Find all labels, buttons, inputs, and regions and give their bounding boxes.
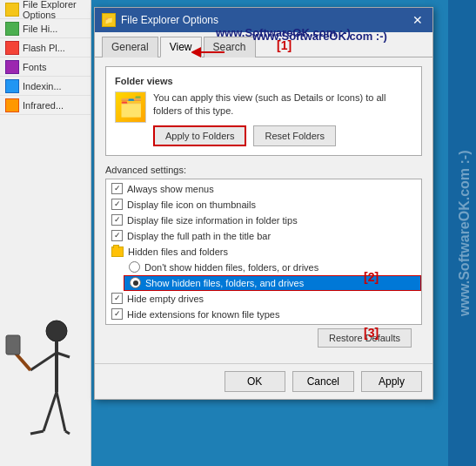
setting-text: Hide empty drives <box>127 294 204 304</box>
sidebar-item-2[interactable]: Flash Pl... <box>0 38 91 57</box>
checkbox-icon[interactable] <box>111 308 123 320</box>
sidebar-item-label-4: Indexin... <box>23 81 62 91</box>
list-item[interactable]: Display file icon on thumbnails <box>106 197 421 213</box>
checkbox-icon[interactable] <box>111 293 123 304</box>
title-bar: 📁 File Explorer Options ✕ <box>95 8 432 32</box>
folder-views-label: Folder views <box>115 76 412 86</box>
folder-section-icon <box>111 247 124 257</box>
checkbox-icon[interactable] <box>111 214 123 226</box>
file-history-icon <box>5 22 19 36</box>
list-item[interactable]: Hide folder merge conflicts <box>106 322 421 324</box>
sidebar-item-4[interactable]: Indexin... <box>0 77 91 96</box>
list-item[interactable]: Display file size information in folder … <box>106 213 421 228</box>
cancel-button[interactable]: Cancel <box>292 371 354 392</box>
checkbox-icon[interactable] <box>111 199 123 210</box>
radio-icon[interactable] <box>129 261 140 273</box>
close-button[interactable]: ✕ <box>410 12 426 28</box>
list-item[interactable]: Hide empty drives <box>106 291 421 307</box>
sidebar-item-label-1: File Hi... <box>23 24 57 34</box>
apply-button[interactable]: Apply <box>361 371 422 392</box>
dialog-icon: 📁 <box>102 13 116 27</box>
infrared-icon <box>5 98 19 112</box>
folder-views-section: Folder views 🗂️ You can apply this view … <box>105 66 422 156</box>
reset-folders-button[interactable]: Reset Folders <box>253 125 335 146</box>
folder-icon-display: 🗂️ <box>115 91 146 123</box>
list-item[interactable]: Display the full path in the title bar <box>106 228 421 244</box>
settings-list-container: Always show menus Display file icon on t… <box>105 179 422 325</box>
file-explorer-icon <box>5 3 19 17</box>
list-item[interactable]: Hide extensions for known file types <box>106 307 421 322</box>
advanced-settings-label: Advanced settings: <box>105 165 422 175</box>
checkbox-icon[interactable] <box>111 183 123 194</box>
dialog-title: File Explorer Options <box>121 14 218 26</box>
tab-view[interactable]: View <box>160 37 202 57</box>
setting-text: Display file size information in folder … <box>127 215 298 226</box>
sidebar-item-1[interactable]: File Hi... <box>0 19 91 38</box>
sidebar-item-label-5: Infrared... <box>23 100 64 111</box>
annotation-3: [3] <box>364 326 379 340</box>
setting-text: Show hidden files, folders, and drives <box>145 278 304 288</box>
sidebar-item-0[interactable]: File Explorer Options <box>0 0 91 19</box>
tab-general[interactable]: General <box>102 37 158 57</box>
annotation-2: [2] <box>364 270 379 284</box>
sidebar-item-label-0: File Explorer Options <box>23 0 85 20</box>
setting-text: Always show menus <box>127 184 214 194</box>
apply-to-folders-button[interactable]: Apply to Folders <box>153 125 246 146</box>
fonts-icon <box>5 60 19 74</box>
folder-views-description: You can apply this view (such as Details… <box>153 91 412 118</box>
setting-text: Hide extensions for known file types <box>127 309 279 320</box>
file-explorer-options-dialog: 📁 File Explorer Options ✕ General View S… <box>94 7 433 400</box>
radio-icon[interactable] <box>130 277 141 288</box>
checkbox-icon[interactable] <box>111 230 123 241</box>
flash-icon <box>5 41 19 55</box>
tabs-container: General View Search <box>95 32 432 57</box>
list-item-section: Hidden files and folders <box>106 244 421 260</box>
sidebar-item-label-3: Fonts <box>23 62 47 72</box>
list-item[interactable]: Always show menus <box>106 181 421 197</box>
setting-text: Display file icon on thumbnails <box>127 199 256 210</box>
annotation-1: [1] <box>277 38 292 52</box>
settings-list[interactable]: Always show menus Display file icon on t… <box>106 179 421 324</box>
dialog-content: Folder views 🗂️ You can apply this view … <box>95 57 432 360</box>
sidebar-item-5[interactable]: Infrared... <box>0 96 91 115</box>
setting-text: Display the full path in the title bar <box>127 231 271 241</box>
sidebar-item-label-2: Flash Pl... <box>23 43 65 53</box>
setting-text: Hidden files and folders <box>128 247 228 257</box>
dialog-footer: OK Cancel Apply <box>95 363 432 399</box>
ok-button[interactable]: OK <box>225 371 285 392</box>
setting-text: Don't show hidden files, folders, or dri… <box>144 262 318 273</box>
tab-search[interactable]: Search <box>204 37 256 57</box>
sidebar-item-3[interactable]: Fonts <box>0 57 91 77</box>
sidebar: File Explorer Options File Hi... Flash P… <box>0 0 91 466</box>
indexing-icon <box>5 79 19 93</box>
